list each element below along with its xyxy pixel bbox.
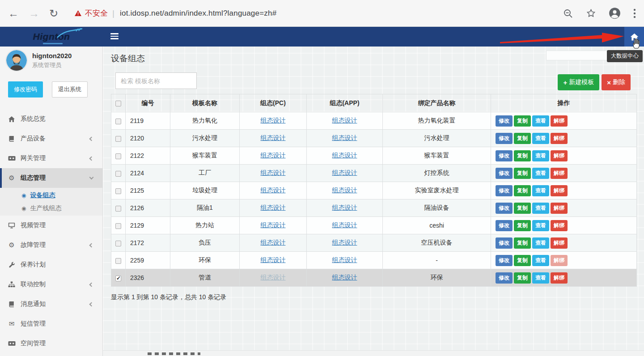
browser-menu-icon[interactable] xyxy=(633,8,636,18)
sidebar-item[interactable]: ⚙ 故障管理 xyxy=(0,235,102,255)
new-template-button[interactable]: + 新建模板 xyxy=(558,74,599,90)
pc-design-link[interactable]: 组态设计 xyxy=(261,152,286,159)
row-checkbox[interactable] xyxy=(115,119,121,124)
view-button[interactable]: 查看 xyxy=(532,237,549,249)
pc-design-link[interactable]: 组态设计 xyxy=(261,169,286,176)
app-design-link[interactable]: 组态设计 xyxy=(332,134,357,141)
template-search-input[interactable] xyxy=(115,72,197,89)
pc-design-link[interactable]: 组态设计 xyxy=(261,256,286,263)
unbind-button[interactable]: 解绑 xyxy=(551,203,568,214)
view-button[interactable]: 查看 xyxy=(532,185,549,196)
sidebar-item[interactable]: 网关管理 xyxy=(0,148,102,168)
edit-button[interactable]: 修改 xyxy=(496,185,513,196)
app-design-link[interactable]: 组态设计 xyxy=(332,152,357,159)
copy-button[interactable]: 复制 xyxy=(514,255,531,266)
edit-button[interactable]: 修改 xyxy=(496,237,513,249)
unbind-button[interactable]: 解绑 xyxy=(551,272,568,284)
unbind-button[interactable]: 解绑 xyxy=(551,115,568,127)
sidebar-item[interactable]: 产品设备 xyxy=(0,129,102,148)
delete-button[interactable]: × 删除 xyxy=(602,74,631,90)
pc-design-link[interactable]: 组态设计 xyxy=(261,134,286,141)
app-design-link[interactable]: 组态设计 xyxy=(332,256,357,263)
sidebar-item[interactable]: 联动控制 xyxy=(0,275,102,294)
copy-button[interactable]: 复制 xyxy=(514,272,531,284)
sidebar-item[interactable]: 保养计划 xyxy=(0,255,102,275)
edit-button[interactable]: 修改 xyxy=(496,115,513,127)
view-button[interactable]: 查看 xyxy=(532,133,549,144)
row-checkbox[interactable] xyxy=(115,223,121,229)
unbind-button[interactable]: 解绑 xyxy=(551,168,568,179)
edit-button[interactable]: 修改 xyxy=(496,203,513,214)
reload-button[interactable]: ↻ xyxy=(49,8,58,19)
app-design-link[interactable]: 组态设计 xyxy=(332,117,357,124)
pc-design-link[interactable]: 组态设计 xyxy=(261,117,286,124)
logout-button[interactable]: 退出系统 xyxy=(52,81,88,97)
unbind-button[interactable]: 解绑 xyxy=(551,150,568,161)
app-design-link[interactable]: 组态设计 xyxy=(332,274,357,281)
row-checkbox[interactable] xyxy=(115,241,121,246)
view-button[interactable]: 查看 xyxy=(532,220,549,231)
copy-button[interactable]: 复制 xyxy=(514,133,531,144)
view-button[interactable]: 查看 xyxy=(532,115,549,127)
sidebar-sub-item[interactable]: ◉ 生产线组态 xyxy=(0,202,102,215)
edit-button[interactable]: 修改 xyxy=(496,150,513,161)
copy-button[interactable]: 复制 xyxy=(514,203,531,214)
view-button[interactable]: 查看 xyxy=(532,255,549,266)
zoom-out-icon[interactable] xyxy=(563,8,573,19)
edit-button[interactable]: 修改 xyxy=(496,272,513,284)
sidebar-item[interactable]: 系统总览 xyxy=(0,109,102,129)
address-bar[interactable]: 不安全 | iot.idosp.net/admin/index.html?lan… xyxy=(74,8,276,18)
row-checkbox[interactable] xyxy=(115,136,121,142)
copy-button[interactable]: 复制 xyxy=(514,150,531,161)
edit-button[interactable]: 修改 xyxy=(496,133,513,144)
edit-button[interactable]: 修改 xyxy=(496,255,513,266)
sidebar-item[interactable]: 空间管理 xyxy=(0,334,102,353)
row-checkbox[interactable] xyxy=(115,275,121,281)
pc-design-link[interactable]: 组态设计 xyxy=(261,239,286,246)
view-button[interactable]: 查看 xyxy=(532,272,549,284)
unbind-button[interactable]: 解绑 xyxy=(551,220,568,231)
sidebar-item[interactable]: ⚙ 组态管理 xyxy=(0,168,102,188)
pc-design-link[interactable]: 组态设计 xyxy=(261,221,286,229)
sidebar-item[interactable]: 消息通知 xyxy=(0,294,102,314)
pc-design-link[interactable]: 组态设计 xyxy=(261,186,286,194)
row-checkbox[interactable] xyxy=(115,188,121,194)
app-design-link[interactable]: 组态设计 xyxy=(332,239,357,246)
copy-button[interactable]: 复制 xyxy=(514,237,531,249)
row-checkbox[interactable] xyxy=(115,258,121,264)
home-button[interactable] xyxy=(624,27,644,47)
unbind-button[interactable]: 解绑 xyxy=(551,255,568,266)
copy-button[interactable]: 复制 xyxy=(514,168,531,179)
view-button[interactable]: 查看 xyxy=(532,150,549,161)
change-password-button[interactable]: 修改密码 xyxy=(8,81,43,97)
app-design-link[interactable]: 组态设计 xyxy=(332,169,357,176)
profile-avatar-icon[interactable] xyxy=(609,7,621,19)
view-button[interactable]: 查看 xyxy=(532,203,549,214)
row-checkbox[interactable] xyxy=(115,153,121,159)
unbind-button[interactable]: 解绑 xyxy=(551,237,568,249)
copy-button[interactable]: 复制 xyxy=(514,220,531,231)
sidebar-item[interactable]: ✉ 短信管理 xyxy=(0,314,102,334)
edit-button[interactable]: 修改 xyxy=(496,168,513,179)
copy-button[interactable]: 复制 xyxy=(514,185,531,196)
back-button[interactable]: ← xyxy=(8,8,19,19)
unbind-button[interactable]: 解绑 xyxy=(551,133,568,144)
app-design-link[interactable]: 组态设计 xyxy=(332,221,357,229)
row-checkbox[interactable] xyxy=(115,171,121,177)
select-all-checkbox[interactable] xyxy=(115,101,121,106)
sidebar-item[interactable]: 视频管理 xyxy=(0,216,102,235)
copy-button[interactable]: 复制 xyxy=(514,115,531,127)
hamburger-menu-button[interactable] xyxy=(110,33,119,40)
unbind-button[interactable]: 解绑 xyxy=(551,185,568,196)
pc-design-link[interactable]: 组态设计 xyxy=(261,274,286,281)
row-checkbox[interactable] xyxy=(115,206,121,212)
bookmark-star-icon[interactable] xyxy=(586,8,596,18)
pc-design-link[interactable]: 组态设计 xyxy=(261,204,286,211)
sidebar-sub-item[interactable]: ◉ 设备组态 xyxy=(0,189,102,202)
view-button[interactable]: 查看 xyxy=(532,168,549,179)
app-design-link[interactable]: 组态设计 xyxy=(332,186,357,194)
forward-button[interactable]: → xyxy=(29,8,39,19)
app-design-link[interactable]: 组态设计 xyxy=(332,204,357,211)
topbar-input[interactable] xyxy=(546,51,611,60)
edit-button[interactable]: 修改 xyxy=(496,220,513,231)
